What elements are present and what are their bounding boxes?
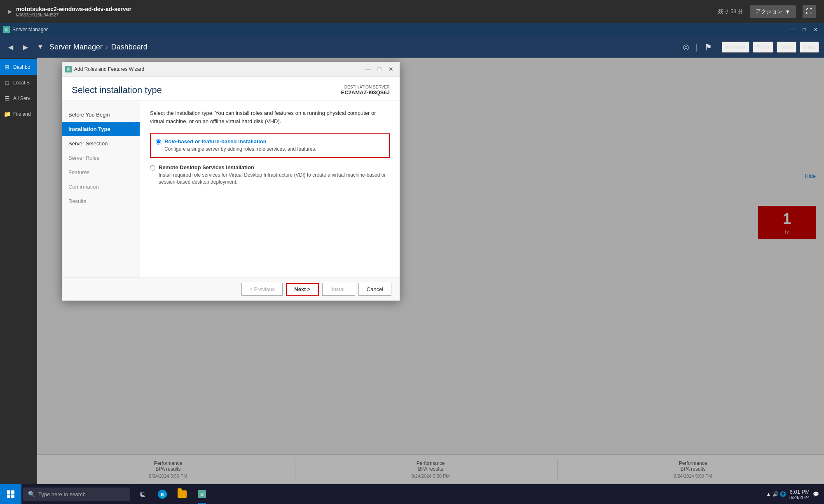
taskview-icon: ⧉ bbox=[140, 490, 145, 499]
window-title-text: Server Manager bbox=[12, 27, 48, 33]
window-controls: — □ ✕ bbox=[788, 26, 821, 34]
top-bar-arrow: ▶ bbox=[8, 9, 12, 14]
divider: | bbox=[696, 42, 698, 52]
folder-icon bbox=[178, 490, 187, 498]
option-role-based-title: Role-based or feature-based installation bbox=[164, 138, 316, 145]
server-manager-sidebar: ⊞ Dashbo □ Local S ☰ All Serv 📁 File and bbox=[0, 58, 37, 484]
action-btn-label: アクション bbox=[756, 8, 782, 15]
taskbar-app-explorer[interactable] bbox=[173, 484, 191, 504]
dialog-titlebar: ⊞ Add Roles and Features Wizard — □ ✕ bbox=[62, 62, 400, 77]
server-manager-main: ⊞ Dashbo □ Local S ☰ All Serv 📁 File and… bbox=[0, 58, 824, 484]
help-menu[interactable]: Help bbox=[800, 42, 819, 53]
dialog-maximize-button[interactable]: □ bbox=[374, 64, 385, 74]
manage-menu[interactable]: Manage bbox=[722, 42, 749, 53]
dialog-title: ⊞ Add Roles and Features Wizard bbox=[65, 66, 144, 72]
action-button[interactable]: アクション ▼ bbox=[750, 5, 796, 18]
sidebar-item-label-local: Local S bbox=[13, 80, 30, 86]
dialog-title-icon: ⊞ bbox=[65, 66, 72, 72]
local-server-icon: □ bbox=[3, 79, 11, 86]
file-storage-icon: 📁 bbox=[3, 110, 11, 118]
sidebar-item-local-server[interactable]: □ Local S bbox=[0, 75, 37, 91]
wizard-dialog: ⊞ Add Roles and Features Wizard — □ ✕ Se… bbox=[62, 62, 400, 301]
server-manager-app-icon: ⊞ bbox=[198, 490, 206, 498]
dialog-header: Select installation type DESTINATION SER… bbox=[62, 77, 400, 101]
install-button[interactable]: Install bbox=[322, 283, 355, 296]
window-title-icon: ⊞ bbox=[3, 26, 10, 33]
destination-server-info: DESTINATION SERVER EC2AMAZ-I93QS6J bbox=[341, 85, 390, 96]
option-remote-desktop-radio[interactable] bbox=[150, 165, 155, 170]
previous-button[interactable]: < Previous bbox=[241, 283, 283, 296]
refresh-indicator: ◎ bbox=[683, 42, 689, 51]
step-features[interactable]: Features bbox=[62, 165, 140, 180]
content-description: Select the installation type. You can in… bbox=[150, 109, 390, 125]
search-placeholder: Type here to search bbox=[38, 491, 86, 497]
sidebar-item-label-all: All Serv bbox=[13, 96, 30, 101]
option-remote-desktop-desc: Install required role services for Virtu… bbox=[159, 172, 390, 186]
all-servers-icon: ☰ bbox=[3, 95, 11, 102]
content-panel: Select the installation type. You can in… bbox=[140, 101, 400, 278]
tray-icons: ▲ 🔊 🌐 bbox=[766, 491, 787, 497]
breadcrumb-separator: › bbox=[106, 44, 108, 50]
flag-icon: ⚑ bbox=[705, 42, 712, 52]
step-server-selection[interactable]: Server Selection bbox=[62, 136, 140, 151]
step-confirmation[interactable]: Confirmation bbox=[62, 180, 140, 194]
top-bar: ▶ mototsuka-ec2-windows-ad-dev-ad-server… bbox=[0, 0, 824, 23]
dialog-close-button[interactable]: ✕ bbox=[386, 64, 396, 74]
sidebar-item-label-file: File and bbox=[13, 111, 31, 117]
window-minimize-button[interactable]: — bbox=[788, 26, 798, 34]
breadcrumb-page: Dashboard bbox=[111, 43, 147, 51]
server-manager-toolbar: ◀ ▶ ▼ Server Manager › Dashboard ◎ | ⚑ M… bbox=[0, 36, 824, 58]
sidebar-item-label-dashboard: Dashbo bbox=[13, 64, 30, 70]
option-role-based-container: Role-based or feature-based installation… bbox=[150, 133, 390, 158]
server-manager: ◀ ▶ ▼ Server Manager › Dashboard ◎ | ⚑ M… bbox=[0, 36, 824, 484]
steps-panel: Before You Begin Installation Type Serve… bbox=[62, 101, 140, 278]
taskbar-apps: ⧉ e ⊞ bbox=[133, 484, 211, 504]
breadcrumb: Server Manager › Dashboard bbox=[49, 43, 679, 51]
step-before-begin[interactable]: Before You Begin bbox=[62, 107, 140, 122]
option-role-based-text: Role-based or feature-based installation… bbox=[164, 138, 316, 153]
option-role-based-radio[interactable] bbox=[156, 139, 161, 145]
server-instance-title: mototsuka-ec2-windows-ad-dev-ad-server bbox=[16, 6, 131, 12]
dialog-footer: < Previous Next > Install Cancel bbox=[62, 278, 400, 301]
option-role-based-label[interactable]: Role-based or feature-based installation… bbox=[156, 138, 384, 153]
dialog-title-text: Add Roles and Features Wizard bbox=[74, 66, 144, 72]
next-button[interactable]: Next > bbox=[286, 283, 319, 296]
view-menu[interactable]: View bbox=[777, 42, 796, 53]
option-remote-desktop-text: Remote Desktop Services installation Ins… bbox=[159, 164, 390, 186]
step-server-roles[interactable]: Server Roles bbox=[62, 151, 140, 165]
server-manager-content: 1 ty Hide Performance BPA results 8/24/2… bbox=[37, 58, 824, 484]
dashboard-icon: ⊞ bbox=[3, 63, 11, 71]
action-btn-arrow: ▼ bbox=[785, 9, 790, 15]
cancel-button[interactable]: Cancel bbox=[358, 283, 391, 296]
option-remote-desktop-container: Remote Desktop Services installation Ins… bbox=[150, 164, 390, 186]
dialog-minimize-button[interactable]: — bbox=[363, 64, 373, 74]
forward-button[interactable]: ▶ bbox=[20, 41, 31, 53]
dialog-body: Before You Begin Installation Type Serve… bbox=[62, 101, 400, 278]
dialog-main-title: Select installation type bbox=[72, 85, 162, 96]
taskbar-app-edge[interactable]: e bbox=[153, 484, 171, 504]
window-maximize-button[interactable]: □ bbox=[799, 26, 809, 34]
taskbar-app-taskview[interactable]: ⧉ bbox=[133, 484, 152, 504]
option-role-based-desc: Configure a single server by adding role… bbox=[164, 146, 316, 153]
window-close-button[interactable]: ✕ bbox=[811, 26, 821, 34]
sidebar-item-all-servers[interactable]: ☰ All Serv bbox=[0, 91, 37, 106]
taskbar-search[interactable]: 🔍 Type here to search bbox=[23, 488, 130, 501]
clock-time: 6:01 PM bbox=[789, 489, 810, 495]
taskbar-app-server-manager[interactable]: ⊞ bbox=[193, 484, 211, 504]
window-chrome: ⊞ Server Manager — □ ✕ bbox=[0, 23, 824, 36]
breadcrumb-app: Server Manager bbox=[49, 43, 103, 51]
modal-overlay: ⊞ Add Roles and Features Wizard — □ ✕ Se… bbox=[37, 58, 824, 484]
sidebar-item-dashboard[interactable]: ⊞ Dashbo bbox=[0, 59, 37, 75]
step-results[interactable]: Results bbox=[62, 194, 140, 208]
sidebar-item-file-storage[interactable]: 📁 File and bbox=[0, 106, 37, 122]
tools-menu[interactable]: Tools bbox=[753, 42, 773, 53]
option-remote-desktop-label[interactable]: Remote Desktop Services installation Ins… bbox=[150, 164, 390, 186]
window-title-bar: ⊞ Server Manager bbox=[3, 26, 48, 33]
back-button[interactable]: ◀ bbox=[5, 41, 16, 53]
fullscreen-button[interactable]: ⛶ bbox=[803, 5, 816, 18]
start-button[interactable] bbox=[0, 484, 21, 504]
nav-dropdown-button[interactable]: ▼ bbox=[35, 41, 46, 53]
step-installation-type[interactable]: Installation Type bbox=[62, 122, 140, 136]
dialog-controls: — □ ✕ bbox=[363, 64, 396, 74]
clock-date: 8/24/2024 bbox=[789, 495, 810, 500]
